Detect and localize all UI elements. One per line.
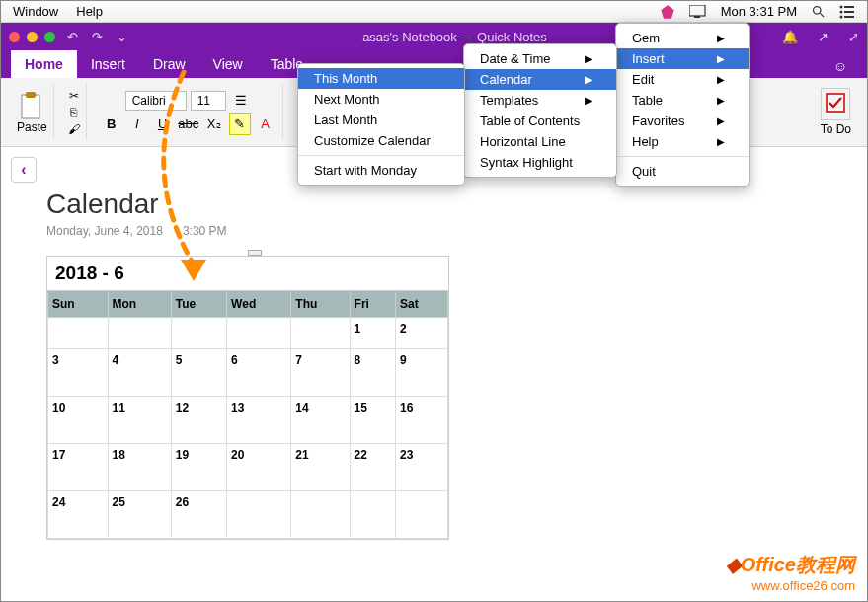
menu-item-gem[interactable]: Gem▶ [616, 28, 749, 48]
calendar-cell[interactable]: 19 [171, 444, 226, 491]
calendar-cell[interactable]: 15 [350, 397, 396, 444]
italic-button[interactable]: I [126, 113, 148, 135]
tab-view[interactable]: View [199, 50, 257, 78]
font-family-select[interactable]: Calibri [125, 91, 187, 111]
share-icon[interactable]: ↗ [818, 30, 829, 44]
menu-item-favorites[interactable]: Favorites▶ [616, 111, 749, 131]
font-color-button[interactable]: A [255, 113, 276, 135]
menu-item-horizontal-line[interactable]: Horizontal Line [464, 131, 616, 152]
menu-item-last-month[interactable]: Last Month [298, 110, 464, 130]
calendar-container[interactable]: 2018 - 6 SunMonTueWedThuFriSat 123456789… [46, 256, 449, 540]
calendar-cell[interactable]: 4 [108, 349, 171, 397]
todo-button[interactable] [821, 88, 850, 120]
menu-help[interactable]: Help [76, 4, 103, 19]
paste-label: Paste [17, 120, 47, 134]
page-title[interactable]: Calendar [46, 188, 867, 220]
calendar-cell[interactable]: 26 [171, 491, 226, 539]
menu-item-start-with-monday[interactable]: Start with Monday [298, 160, 464, 181]
calendar-cell[interactable] [396, 491, 448, 539]
submenu-arrow-icon: ▶ [697, 136, 725, 147]
menu-item-templates[interactable]: Templates▶ [464, 90, 616, 111]
tab-home[interactable]: Home [11, 50, 77, 78]
calendar-cell[interactable]: 22 [350, 444, 396, 491]
calendar-cell[interactable]: 11 [108, 397, 171, 444]
bullets-button[interactable]: ☰ [230, 90, 252, 112]
qat-dropdown[interactable]: ⌄ [117, 30, 127, 44]
watermark: ◆Office教程网 www.office26.com [726, 552, 855, 593]
menu-item-edit[interactable]: Edit▶ [616, 69, 749, 90]
calendar-cell[interactable] [350, 491, 396, 539]
menu-item-table[interactable]: Table▶ [616, 90, 749, 111]
calendar-cell[interactable] [227, 318, 291, 349]
menu-item-this-month[interactable]: This Month [298, 68, 464, 89]
calendar-cell[interactable]: 5 [171, 349, 226, 397]
underline-button[interactable]: U [152, 113, 174, 135]
calendar-cell[interactable] [291, 318, 350, 349]
display-icon[interactable] [689, 5, 707, 19]
highlight-button[interactable]: ✎ [229, 113, 251, 135]
calendar-cell[interactable] [227, 491, 291, 539]
bold-button[interactable]: B [101, 113, 122, 135]
tab-draw[interactable]: Draw [139, 50, 199, 78]
calendar-cell[interactable] [108, 318, 171, 349]
tab-insert[interactable]: Insert [77, 50, 139, 78]
calendar-cell[interactable]: 14 [291, 397, 350, 444]
calendar-cell[interactable]: 18 [108, 444, 171, 491]
undo-button[interactable]: ↶ [67, 30, 78, 44]
calendar-cell[interactable]: 1 [350, 318, 396, 349]
menu-item-calendar[interactable]: Calendar▶ [464, 69, 616, 90]
menu-item-syntax-highlight[interactable]: Syntax Highlight [464, 152, 616, 173]
calendar-cell[interactable] [291, 491, 350, 539]
zoom-window-button[interactable] [44, 32, 55, 42]
calendar-cell[interactable]: 23 [396, 444, 448, 491]
close-window-button[interactable] [9, 32, 20, 42]
subscript-button[interactable]: X₂ [203, 113, 225, 135]
calendar-cell[interactable]: 9 [396, 349, 448, 397]
calendar-cell[interactable]: 13 [227, 397, 291, 444]
format-painter-icon[interactable]: 🖌 [68, 122, 80, 136]
calendar-cell[interactable]: 24 [48, 491, 109, 539]
menu-item-next-month[interactable]: Next Month [298, 89, 464, 110]
menu-window[interactable]: Window [13, 4, 58, 19]
calendar-cell[interactable]: 7 [291, 349, 350, 397]
paste-button[interactable]: Paste [17, 91, 47, 134]
menu-item-customize-calendar[interactable]: Customize Calendar [298, 130, 464, 151]
search-icon[interactable] [811, 4, 826, 19]
menu-item-help[interactable]: Help▶ [616, 131, 749, 152]
svg-point-5 [840, 5, 843, 8]
font-size-select[interactable]: 11 [191, 91, 226, 111]
submenu-arrow-icon: ▶ [565, 53, 592, 64]
strike-button[interactable]: abc [178, 113, 199, 135]
calendar-cell[interactable]: 17 [48, 444, 109, 491]
calendar-cell[interactable] [48, 318, 109, 349]
notifications-icon[interactable]: 🔔 [782, 30, 798, 44]
container-handle[interactable] [248, 250, 262, 256]
list-icon[interactable] [839, 5, 855, 19]
menu-item-insert[interactable]: Insert▶ [616, 48, 749, 69]
calendar-cell[interactable]: 10 [48, 397, 109, 444]
copy-icon[interactable]: ⎘ [70, 106, 77, 119]
calendar-cell[interactable]: 16 [396, 397, 448, 444]
calendar-cell[interactable]: 12 [171, 397, 226, 444]
submenu-arrow-icon: ▶ [697, 33, 725, 43]
menu-item-date-time[interactable]: Date & Time▶ [464, 48, 616, 69]
minimize-window-button[interactable] [27, 32, 38, 42]
feedback-smile-icon[interactable]: ☺ [826, 54, 855, 78]
cut-icon[interactable]: ✂ [69, 89, 79, 103]
calendar-cell[interactable]: 25 [108, 491, 171, 539]
menu-item-quit[interactable]: Quit [616, 161, 749, 182]
day-header: Sat [396, 291, 448, 318]
calendar-cell[interactable]: 20 [227, 444, 291, 491]
gem-menu: Gem▶Insert▶Edit▶Table▶Favorites▶Help▶Qui… [615, 23, 750, 187]
gem-icon[interactable] [660, 4, 675, 20]
calendar-cell[interactable]: 21 [291, 444, 350, 491]
menu-item-table-of-contents[interactable]: Table of Contents [464, 111, 616, 131]
back-button[interactable]: ‹ [11, 157, 37, 183]
calendar-cell[interactable]: 2 [396, 318, 448, 349]
calendar-cell[interactable] [171, 318, 226, 349]
calendar-cell[interactable]: 6 [227, 349, 291, 397]
fullscreen-icon[interactable]: ⤢ [848, 30, 859, 44]
calendar-cell[interactable]: 8 [350, 349, 396, 397]
redo-button[interactable]: ↷ [92, 30, 103, 44]
calendar-cell[interactable]: 3 [48, 349, 109, 397]
